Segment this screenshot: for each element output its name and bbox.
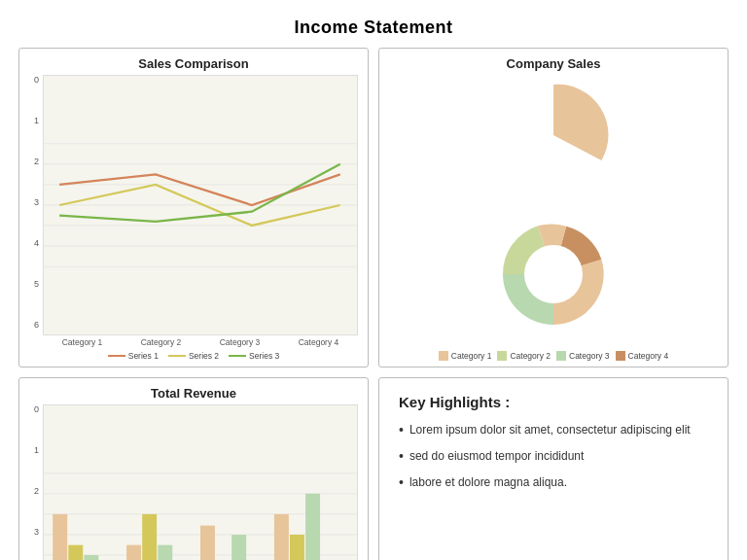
donut-seg3 bbox=[503, 274, 553, 325]
highlight-item-2: • sed do eiusmod tempor incididunt bbox=[399, 448, 691, 465]
legend-cat3: Category 3 bbox=[556, 351, 610, 361]
bullet-1: • bbox=[399, 422, 404, 438]
bar-g2s1 bbox=[126, 545, 141, 560]
y-axis-line: 6 5 4 3 2 1 0 bbox=[29, 75, 43, 347]
bar-g3s1 bbox=[200, 526, 215, 560]
highlight-item-1: • Lorem ipsum dolor sit amet, consectetu… bbox=[399, 422, 691, 438]
line-chart-svg bbox=[43, 75, 358, 335]
bar-g3s3 bbox=[231, 535, 246, 560]
donut-legend: Category 1 Category 2 Category 3 Categor… bbox=[439, 351, 668, 361]
bar-g1s3 bbox=[84, 555, 98, 560]
series3-icon bbox=[229, 355, 246, 357]
bar-chart-svg bbox=[43, 404, 358, 560]
bar-chart-body: Category 1 Category 2 Category 3 Categor… bbox=[43, 404, 358, 560]
total-revenue-title: Total Revenue bbox=[151, 386, 236, 401]
bar-g1s2 bbox=[68, 545, 83, 560]
legend-cat4: Category 4 bbox=[616, 351, 669, 361]
highlights-title: Key Highlights : bbox=[399, 394, 510, 410]
cat1-icon bbox=[439, 351, 448, 361]
bar-g1s1 bbox=[53, 514, 67, 560]
bar-g4s2 bbox=[290, 535, 304, 560]
donut-svg bbox=[485, 75, 622, 201]
donut-area bbox=[389, 75, 718, 347]
cat3-icon bbox=[556, 351, 566, 361]
line-chart-area: 6 5 4 3 2 1 0 bbox=[29, 75, 358, 347]
total-revenue-card: Total Revenue 6 5 4 3 2 1 0 bbox=[18, 377, 369, 560]
sales-comparison-card: Sales Comparison 6 5 4 3 2 1 0 bbox=[18, 48, 369, 368]
bullet-3: • bbox=[399, 474, 404, 491]
cat4-icon bbox=[616, 351, 625, 361]
line-chart-legend: Series 1 Series 2 Series 3 bbox=[108, 351, 280, 361]
page-title: Income Statement bbox=[294, 18, 452, 38]
series2-icon bbox=[168, 355, 186, 357]
bar-g4s3 bbox=[305, 494, 320, 560]
legend-cat2: Category 2 bbox=[497, 351, 551, 361]
highlights-list: • Lorem ipsum dolor sit amet, consectetu… bbox=[399, 422, 691, 500]
x-axis-line: Category 1 Category 2 Category 3 Categor… bbox=[43, 335, 358, 347]
sales-comparison-title: Sales Comparison bbox=[138, 56, 248, 71]
bar-g2s2 bbox=[142, 514, 157, 560]
bar-g4s1 bbox=[274, 514, 289, 560]
company-sales-title: Company Sales bbox=[507, 56, 601, 71]
legend-series1: Series 1 bbox=[108, 351, 159, 361]
legend-series2: Series 2 bbox=[168, 351, 219, 361]
donut-cat1 bbox=[553, 85, 608, 160]
bar-chart-area: 6 5 4 3 2 1 0 bbox=[29, 404, 358, 560]
legend-cat1: Category 1 bbox=[439, 351, 492, 361]
legend-series3: Series 3 bbox=[229, 351, 279, 361]
donut-svg2 bbox=[476, 201, 631, 347]
cat2-icon bbox=[497, 351, 507, 361]
company-sales-card: Company Sales bbox=[378, 48, 729, 368]
bullet-2: • bbox=[399, 448, 404, 465]
highlight-item-3: • labore et dolore magna aliqua. bbox=[399, 474, 691, 491]
highlights-card: Key Highlights : • Lorem ipsum dolor sit… bbox=[378, 377, 729, 560]
y-axis-bar: 6 5 4 3 2 1 0 bbox=[29, 404, 43, 560]
dashboard: Sales Comparison 6 5 4 3 2 1 0 bbox=[18, 48, 729, 560]
series1-icon bbox=[108, 355, 125, 357]
bar-g2s3 bbox=[158, 545, 172, 560]
line-chart-body: Category 1 Category 2 Category 3 Categor… bbox=[43, 75, 358, 347]
